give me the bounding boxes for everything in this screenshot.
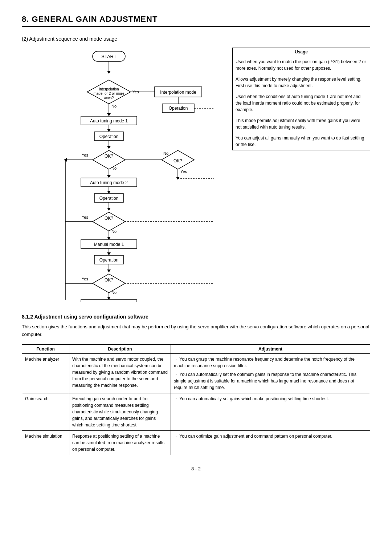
svg-text:OK?: OK? xyxy=(105,216,113,221)
svg-text:made for 2 or more: made for 2 or more xyxy=(93,92,124,96)
usage-table: Usage Used when you want to match the po… xyxy=(232,48,370,150)
flowchart-wrapper: START Interpolation made for 2 or more a… xyxy=(22,48,370,303)
usage-table-header: Usage xyxy=(233,48,370,56)
usage-entry-4: You can adjust all gains manually when y… xyxy=(233,133,370,150)
svg-text:axes?: axes? xyxy=(104,96,114,100)
svg-text:Yes: Yes xyxy=(82,153,88,157)
svg-text:No: No xyxy=(111,166,117,170)
svg-marker-53 xyxy=(107,208,111,211)
data-table: Function Description Adjustment Machine … xyxy=(22,344,370,455)
flowchart-diagram: START Interpolation made for 2 or more a… xyxy=(22,48,218,302)
desc-machine-simulation: Response at positioning settling of a ma… xyxy=(69,430,171,455)
adj-machine-simulation: You can optimize gain adjustment and com… xyxy=(171,430,370,455)
col-header-function: Function xyxy=(22,344,69,353)
svg-text:No: No xyxy=(111,104,117,108)
function-gain-search: Gain search xyxy=(22,393,69,430)
svg-marker-23 xyxy=(107,129,111,132)
svg-marker-27 xyxy=(107,146,111,149)
svg-marker-69 xyxy=(107,270,111,272)
svg-text:No: No xyxy=(111,229,117,234)
svg-text:Auto tuning mode 2: Auto tuning mode 2 xyxy=(90,180,128,185)
svg-marker-49 xyxy=(107,191,111,194)
svg-text:START: START xyxy=(101,54,116,59)
section-812-title: 8.1.2 Adjustment using servo configurati… xyxy=(22,314,370,320)
adj-machine-simulation-1: You can optimize gain adjustment and com… xyxy=(174,433,367,439)
col-header-adjustment: Adjustment xyxy=(171,344,370,353)
svg-text:No: No xyxy=(111,290,117,295)
svg-text:No: No xyxy=(163,151,168,155)
svg-text:Operation: Operation xyxy=(169,106,188,111)
function-machine-analyzer: Machine analyzer xyxy=(22,353,69,393)
desc-gain-search: Executing gain search under to-and-fro p… xyxy=(69,393,171,430)
svg-marker-19 xyxy=(107,113,111,116)
table-row-machine-analyzer: Machine analyzer With the machine and se… xyxy=(22,353,370,393)
svg-text:Auto tuning mode 1: Auto tuning mode 1 xyxy=(90,118,128,123)
svg-text:Yes: Yes xyxy=(82,215,88,219)
usage-entry-1: Allows adjustment by merely changing the… xyxy=(233,74,370,91)
svg-marker-28 xyxy=(93,150,125,169)
col-header-description: Description xyxy=(69,344,171,353)
svg-text:Yes: Yes xyxy=(180,169,187,174)
adj-machine-analyzer: You can grasp the machine resonance freq… xyxy=(171,353,370,393)
usage-entry-3: This mode permits adjustment easily with… xyxy=(233,115,370,133)
svg-text:Interpolation mode: Interpolation mode xyxy=(160,90,196,95)
svg-marker-60 xyxy=(107,237,111,240)
svg-text:Yes: Yes xyxy=(82,277,88,281)
svg-marker-3 xyxy=(107,71,111,74)
svg-text:OK?: OK? xyxy=(173,158,182,163)
table-row-gain-search: Gain search Executing gain search under … xyxy=(22,393,370,430)
usage-entry-2: Used when the conditions of auto tuning … xyxy=(233,91,370,115)
usage-entry-0: Used when you want to match the position… xyxy=(233,56,370,74)
adj-machine-analyzer-1: You can grasp the machine resonance freq… xyxy=(174,356,367,369)
desc-machine-analyzer: With the machine and servo motor coupled… xyxy=(69,353,171,393)
flowchart-svg-area: START Interpolation made for 2 or more a… xyxy=(22,48,225,303)
svg-marker-65 xyxy=(107,252,111,255)
svg-text:Operation: Operation xyxy=(99,134,119,139)
svg-text:Operation: Operation xyxy=(99,258,119,263)
page-number: 8 - 2 xyxy=(22,466,370,471)
flowchart-subtitle: (2) Adjustment sequence and mode usage xyxy=(22,36,370,42)
svg-marker-45 xyxy=(107,175,111,178)
svg-marker-70 xyxy=(93,274,125,293)
svg-text:OK?: OK? xyxy=(105,154,113,159)
svg-marker-54 xyxy=(93,212,125,231)
adj-machine-analyzer-2: You can automatically set the optimum ga… xyxy=(174,371,367,391)
section-812-description: This section gives the functions and adj… xyxy=(22,323,370,339)
svg-text:Operation: Operation xyxy=(99,196,119,201)
adj-gain-search-1: You can automatically set gains which ma… xyxy=(174,396,367,402)
svg-text:Interpolation: Interpolation xyxy=(99,87,119,91)
svg-marker-76 xyxy=(107,297,111,300)
svg-text:Manual mode 1: Manual mode 1 xyxy=(94,242,124,247)
function-machine-simulation: Machine simulation xyxy=(22,430,69,455)
page-title: 8. GENERAL GAIN ADJUSTMENT xyxy=(22,15,370,27)
svg-text:OK?: OK? xyxy=(105,278,113,283)
table-row-machine-simulation: Machine simulation Response at positioni… xyxy=(22,430,370,455)
adj-gain-search: You can automatically set gains which ma… xyxy=(171,393,370,430)
